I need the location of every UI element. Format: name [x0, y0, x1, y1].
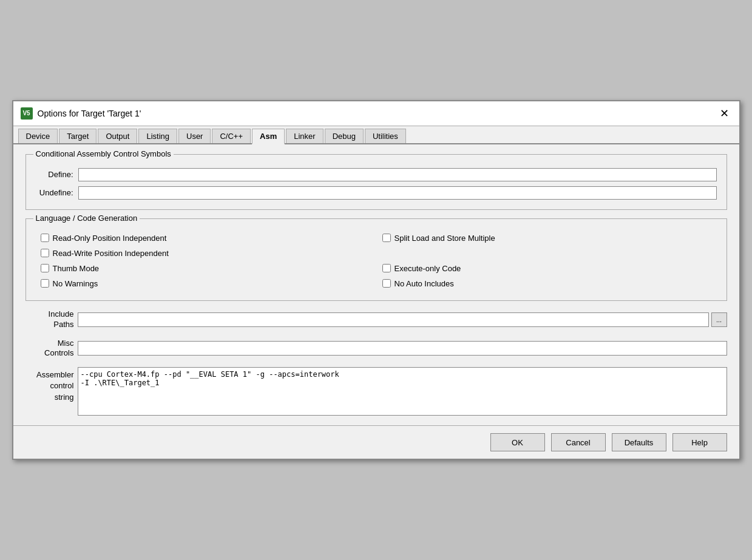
include-paths-row: Include Paths ...: [25, 309, 727, 330]
dialog-title: Options for Target 'Target 1': [38, 109, 141, 118]
define-input[interactable]: [78, 168, 717, 181]
cancel-button[interactable]: Cancel: [551, 433, 606, 451]
include-paths-input[interactable]: [78, 312, 709, 327]
checkbox-no-auto[interactable]: No Auto Includes: [382, 279, 712, 288]
assembler-label: Assembler control string: [25, 367, 74, 403]
title-bar: V5 Options for Target 'Target 1' ✕: [13, 101, 739, 126]
misc-controls-wrap: [78, 341, 727, 356]
split-load-checkbox[interactable]: [382, 234, 391, 242]
checkbox-no-warnings[interactable]: No Warnings: [41, 279, 370, 288]
include-paths-wrap: ...: [78, 312, 727, 327]
checkbox-grid: Read-Only Position Independent Split Loa…: [36, 226, 717, 291]
conditional-assembly-group: Conditional Assembly Control Symbols Def…: [25, 154, 727, 210]
tab-linker[interactable]: Linker: [286, 129, 323, 143]
misc-controls-label: Misc Controls: [25, 339, 74, 359]
ok-button[interactable]: OK: [490, 433, 545, 451]
split-load-label: Split Load and Store Multiple: [395, 234, 495, 243]
tab-listing[interactable]: Listing: [138, 129, 177, 143]
tab-user[interactable]: User: [178, 129, 211, 143]
tab-utilities[interactable]: Utilities: [365, 129, 406, 143]
assembler-control-row: Assembler control string --cpu Cortex-M4…: [25, 367, 727, 416]
app-icon: V5: [21, 107, 33, 120]
rw-pi-label: Read-Write Position Independent: [53, 249, 169, 258]
define-row: Define:: [36, 168, 717, 181]
checkbox-rw-pi[interactable]: Read-Write Position Independent: [41, 249, 370, 258]
no-warnings-label: No Warnings: [53, 279, 98, 288]
include-paths-browse-button[interactable]: ...: [711, 312, 727, 327]
tab-asm[interactable]: Asm: [252, 129, 285, 144]
no-auto-checkbox[interactable]: [382, 279, 391, 288]
checkbox-split-load[interactable]: Split Load and Store Multiple: [382, 234, 712, 243]
tab-target[interactable]: Target: [59, 129, 97, 143]
checkbox-thumb-mode[interactable]: Thumb Mode: [41, 264, 370, 273]
execute-only-checkbox[interactable]: [382, 264, 391, 272]
tab-debug[interactable]: Debug: [325, 129, 364, 143]
close-button[interactable]: ✕: [717, 106, 732, 121]
title-bar-left: V5 Options for Target 'Target 1': [21, 107, 141, 120]
bottom-bar: OK Cancel Defaults Help: [13, 425, 739, 459]
assembler-textarea[interactable]: --cpu Cortex-M4.fp --pd "__EVAL SETA 1" …: [78, 367, 727, 416]
conditional-assembly-title: Conditional Assembly Control Symbols: [33, 149, 174, 158]
content-area: Conditional Assembly Control Symbols Def…: [13, 144, 739, 426]
thumb-mode-checkbox[interactable]: [41, 264, 49, 272]
define-label: Define:: [36, 170, 78, 179]
defaults-button[interactable]: Defaults: [612, 433, 666, 451]
checkbox-execute-only[interactable]: Execute-only Code: [382, 264, 712, 273]
execute-only-label: Execute-only Code: [395, 264, 461, 273]
no-auto-label: No Auto Includes: [395, 279, 454, 288]
undefine-input[interactable]: [78, 186, 717, 200]
tab-cpp[interactable]: C/C++: [212, 129, 251, 143]
include-paths-label: Include Paths: [25, 309, 74, 330]
tab-output[interactable]: Output: [98, 129, 137, 143]
rw-pi-checkbox[interactable]: [41, 249, 49, 257]
misc-controls-row: Misc Controls: [25, 339, 727, 359]
misc-controls-input[interactable]: [78, 341, 727, 356]
ro-pi-label: Read-Only Position Independent: [53, 234, 167, 243]
ro-pi-checkbox[interactable]: [41, 234, 49, 242]
help-button[interactable]: Help: [672, 433, 727, 451]
undefine-row: Undefine:: [36, 186, 717, 200]
tab-device[interactable]: Device: [18, 129, 58, 143]
thumb-mode-label: Thumb Mode: [53, 264, 100, 273]
tabs-bar: Device Target Output Listing User C/C++ …: [13, 126, 739, 144]
checkbox-ro-pi[interactable]: Read-Only Position Independent: [41, 234, 370, 243]
language-code-title: Language / Code Generation: [33, 214, 140, 223]
no-warnings-checkbox[interactable]: [41, 279, 49, 288]
undefine-label: Undefine:: [36, 188, 78, 197]
language-code-group: Language / Code Generation Read-Only Pos…: [25, 218, 727, 301]
options-dialog: V5 Options for Target 'Target 1' ✕ Devic…: [12, 100, 740, 460]
